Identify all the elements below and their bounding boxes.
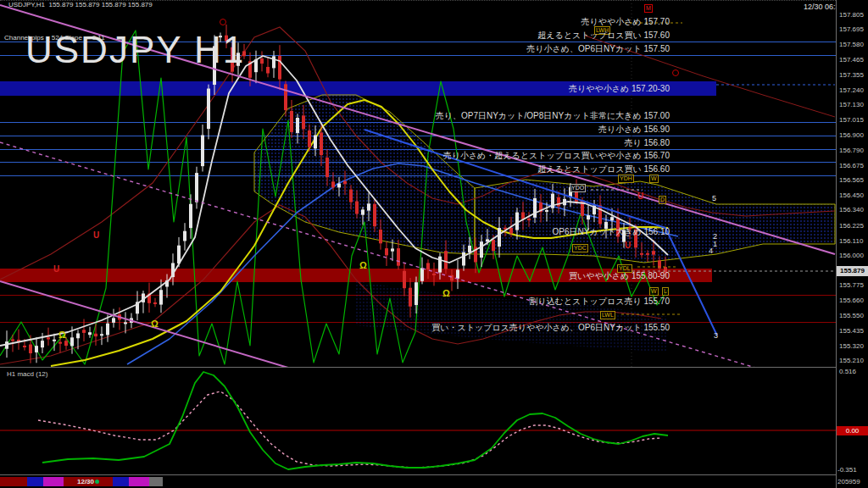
price-tick-label: 155.320 — [839, 342, 864, 350]
price-tick-label: 156.450 — [839, 191, 864, 199]
status-segment — [27, 477, 43, 486]
macd-signal-line — [38, 391, 661, 468]
axis-separator — [836, 0, 837, 488]
status-segment — [163, 477, 835, 486]
price-tick-label: 156.565 — [839, 176, 864, 184]
price-tick-label: 157.015 — [839, 116, 864, 124]
price-tick-label: 157.805 — [839, 11, 864, 19]
wave-count-label: 5 — [712, 194, 716, 202]
marker-box-ydo: YDO — [570, 184, 586, 192]
level-annotation: 超えるとストップロス買い 157.60 — [537, 30, 670, 40]
channel-info: Channel pips = 524 Slope = -9.11 — [4, 34, 105, 42]
wave-count-label: 1 — [713, 240, 717, 248]
status-segment: 12/30 — [64, 477, 113, 486]
level-annotation: 売りやや小さめ 157.70 — [581, 17, 670, 26]
marker-box-l: L — [662, 287, 669, 296]
price-axis[interactable]: 157.805157.695157.580157.465157.355157.2… — [837, 0, 868, 488]
status-segment — [149, 477, 163, 486]
omega-marker-icon: Ω — [359, 260, 367, 270]
marker-box-w: W — [649, 175, 659, 183]
price-tick-label: 156.675 — [839, 162, 864, 169]
price-tick-label: 157.355 — [839, 71, 864, 79]
omega-marker-icon: Ω — [58, 330, 66, 340]
status-segment — [129, 477, 149, 486]
price-tick-label: 155.775 — [839, 281, 864, 289]
price-tick-label: 156.000 — [839, 252, 864, 259]
macd-main-line — [42, 372, 668, 469]
trading-terminal-window: MLWHYDHWYDODYDCYDLWLLWLUUUUΩΩΩΩ52143 売りや… — [0, 0, 868, 488]
price-tick-label: 157.580 — [839, 41, 864, 48]
price-tick-label: 157.130 — [839, 101, 864, 108]
price-tick-label: 156.790 — [839, 147, 864, 154]
price-tick-label: 156.340 — [839, 206, 864, 214]
marker-box-d: D — [659, 196, 666, 204]
macd-max-label: 0.516 — [839, 368, 856, 375]
level-annotation: 売り小さめ・超えるとストップロス買いやや小さめ 156.70 — [443, 151, 670, 160]
level-annotation: 売り小さめ、OP6日NYカット 157.50 — [526, 44, 670, 53]
ichimoku-cloud-lower — [356, 281, 668, 352]
marker-box-w: W — [649, 287, 659, 296]
omega-marker-icon: Ω — [442, 288, 450, 298]
wave-count-label: 3 — [714, 331, 718, 340]
u-marker-icon: U — [53, 264, 59, 274]
status-segment — [113, 477, 129, 486]
status-segment — [0, 477, 27, 486]
price-tick-label: 155.660 — [839, 297, 864, 304]
wave-count-label: 4 — [709, 247, 713, 255]
u-marker-icon: U — [625, 241, 631, 250]
level-annotation: 売り、OP7日NYカット/OP8日NYカット非常に大きめ 157.00 — [436, 111, 670, 120]
status-segment — [43, 477, 64, 486]
macd-label: H1 macd (12) — [7, 370, 47, 378]
level-annotation: OP6日NYカット大きめ 156.10 — [553, 227, 670, 236]
level-annotation: 超えるとストップロス買い 156.60 — [537, 164, 670, 174]
price-tick-label: 157.695 — [839, 25, 864, 33]
marker-box-ydh: YDH — [618, 175, 634, 183]
price-tick-label: 155.550 — [839, 312, 864, 319]
macd-indicator-chart — [0, 368, 836, 475]
u-marker-icon: U — [637, 191, 643, 201]
omega-marker-icon: Ω — [151, 319, 159, 329]
macd-current-value-box: 0.00 — [837, 426, 868, 435]
current-price-box: 155.879 — [837, 266, 868, 276]
marker-box-m: M — [644, 4, 653, 13]
price-tick-label: 155.210 — [839, 357, 864, 364]
level-annotation: 売り小さめ 156.90 — [598, 125, 670, 134]
symbol-info: USDJPY,H1 155.879 155.879 155.879 155.87… — [8, 1, 153, 8]
price-tick-label: 157.465 — [839, 56, 864, 64]
bar-counter-value: 205959 — [837, 478, 860, 485]
status-green-dot — [95, 480, 99, 484]
price-tick-label: 157.240 — [839, 86, 864, 94]
price-tick-label: 156.225 — [839, 222, 864, 230]
macd-min-label: -0.351 — [837, 466, 857, 474]
price-tick-label: 156.110 — [839, 237, 863, 245]
level-annotation: 売りやや小さめ 157.20-30 — [569, 84, 670, 93]
signal-circle-icon — [672, 69, 679, 76]
marker-box-ydc: YDC — [572, 244, 588, 252]
price-tick-label: 156.900 — [839, 131, 864, 139]
macd-status-divider — [0, 474, 868, 475]
marker-box-lwl: LWL — [600, 311, 615, 319]
level-annotation: 売り 156.80 — [624, 138, 670, 147]
price-tick-label: 155.435 — [839, 327, 864, 335]
level-annotation: 買いやや小さめ 155.80-90 — [569, 271, 670, 280]
signal-circle-icon — [220, 19, 226, 25]
level-annotation: 割り込むとストップロス売り 155.70 — [529, 297, 670, 306]
level-annotation: 買い・ストップロス売りやや小さめ、OP6日NYカット 155.50 — [431, 323, 670, 332]
u-marker-icon: U — [93, 230, 99, 240]
status-bar: 12/30 — [0, 476, 836, 488]
